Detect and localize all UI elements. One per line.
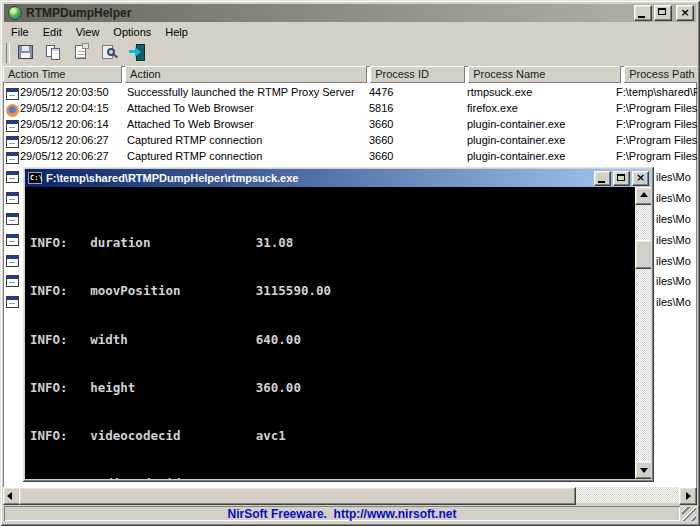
menu-item[interactable]: Edit: [36, 24, 69, 40]
cell-process-name: plugin-container.exe: [467, 134, 565, 146]
cell-process-path-fragment: iles\Mo: [656, 275, 691, 287]
cell-action: Successfully launched the RTMP Proxy Ser…: [127, 86, 355, 98]
copy-icon[interactable]: [42, 42, 67, 64]
close-button[interactable]: ×: [676, 5, 694, 21]
console-line: INFO: height 360.00: [30, 382, 632, 394]
cell-process-name: plugin-container.exe: [467, 150, 565, 162]
console-scroll-up-button[interactable]: [635, 187, 651, 205]
cell-process-path: F:\temp\shared\RTM: [616, 86, 697, 98]
menu-item[interactable]: Options: [106, 24, 158, 40]
console-close-button[interactable]: ×: [632, 171, 649, 186]
cell-process-id: 3660: [369, 150, 393, 162]
column-header[interactable]: Action: [125, 66, 367, 83]
cell-process-path-fragment: iles\Mo: [656, 213, 691, 225]
window-icon: [6, 152, 19, 164]
window-icon: [6, 192, 19, 204]
save-icon[interactable]: [14, 42, 39, 64]
console-maximize-button[interactable]: [613, 171, 630, 186]
window-icon: [6, 120, 19, 132]
cell-action: Attached To Web Browser: [127, 118, 254, 130]
console-line: INFO: videocodecid avc1: [30, 430, 632, 442]
console-titlebar[interactable]: F:\temp\shared\RTMPDumpHelper\rtmpsuck.e…: [25, 169, 651, 187]
list-header: Action Time Action Process ID Process Na…: [3, 66, 697, 83]
cell-action-time: 29/05/12 20:04:15: [20, 102, 109, 114]
app-icon: [8, 6, 22, 20]
console-line: INFO: width 640.00: [30, 334, 632, 346]
maximize-button[interactable]: [654, 5, 672, 21]
cmd-icon: [28, 172, 42, 184]
status-panel: NirSoft Freeware. http://www.nirsoft.net: [4, 506, 680, 521]
cell-process-path-fragment: iles\Mo: [656, 171, 691, 183]
cell-process-path-fragment: iles\Mo: [656, 296, 691, 308]
console-output: INFO: duration 31.08 INFO: moovPosition …: [25, 187, 651, 479]
window-icon: [6, 213, 19, 225]
table-row[interactable]: 29/05/12 20:03:50 Successfully launched …: [3, 84, 697, 100]
cell-process-path: F:\Program Files\Mo: [616, 102, 697, 114]
window-icon: [6, 171, 19, 183]
cell-action-time: 29/05/12 20:06:27: [20, 134, 109, 146]
minimize-button[interactable]: [634, 5, 652, 21]
cell-process-name: firefox.exe: [467, 102, 518, 114]
cell-action-time: 29/05/12 20:06:27: [20, 150, 109, 162]
window-title: RTMPDumpHelper: [26, 6, 634, 20]
console-vertical-scrollbar[interactable]: [635, 187, 651, 479]
console-lines: INFO: duration 31.08 INFO: moovPosition …: [30, 189, 632, 479]
table-row[interactable]: 29/05/12 20:06:14 Attached To Web Browse…: [3, 116, 697, 132]
cell-process-id: 4476: [369, 86, 393, 98]
window-icon: [6, 275, 19, 287]
screen: RTMPDumpHelper × File Edit View Options …: [0, 0, 700, 526]
console-minimize-button[interactable]: [594, 171, 611, 186]
cell-action-time: 29/05/12 20:06:14: [20, 118, 109, 130]
cell-process-path: F:\Program Files\Mo: [616, 118, 697, 130]
column-header[interactable]: Process Name: [468, 66, 621, 83]
properties-icon[interactable]: [70, 42, 95, 64]
column-header[interactable]: Action Time: [3, 66, 122, 83]
window-icon: [6, 296, 19, 308]
window-icon: [6, 136, 19, 148]
table-row[interactable]: 29/05/12 20:04:15 Attached To Web Browse…: [3, 100, 697, 116]
cell-process-id: 5816: [369, 102, 393, 114]
console-scroll-thumb[interactable]: [635, 240, 651, 269]
cell-process-name: rtmpsuck.exe: [467, 86, 532, 98]
window-icon: [6, 88, 19, 100]
menu-item[interactable]: View: [69, 24, 107, 40]
cell-process-id: 3660: [369, 134, 393, 146]
console-window: F:\temp\shared\RTMPDumpHelper\rtmpsuck.e…: [22, 166, 654, 482]
resize-grip[interactable]: [682, 507, 696, 521]
find-icon[interactable]: [98, 42, 123, 64]
console-scroll-down-button[interactable]: [635, 461, 651, 479]
window-icon: [6, 234, 19, 246]
cell-process-path: F:\Program Files\Mo: [616, 134, 697, 146]
menu-item[interactable]: File: [4, 24, 36, 40]
main-titlebar[interactable]: RTMPDumpHelper ×: [4, 4, 696, 22]
list-rows: 29/05/12 20:03:50 Successfully launched …: [3, 84, 697, 164]
column-header[interactable]: Process Path: [624, 66, 697, 83]
window-icon: [6, 255, 19, 267]
cell-action: Captured RTMP connection: [127, 134, 262, 146]
table-row[interactable]: 29/05/12 20:06:27 Captured RTMP connecti…: [3, 132, 697, 148]
horizontal-scrollbar[interactable]: [3, 487, 697, 503]
console-line: INFO: audiocodecid mp4a: [30, 478, 632, 479]
exit-icon[interactable]: [126, 42, 151, 64]
cell-process-path-fragment: iles\Mo: [656, 192, 691, 204]
scroll-right-button[interactable]: [679, 487, 697, 505]
cell-process-path-fragment: iles\Mo: [656, 255, 691, 267]
statusbar: NirSoft Freeware. http://www.nirsoft.net: [3, 505, 697, 522]
cell-process-path: F:\Program Files\Mo: [616, 150, 697, 162]
cell-process-id: 3660: [369, 118, 393, 130]
column-header[interactable]: Process ID: [370, 66, 465, 83]
horizontal-scroll-thumb[interactable]: [19, 487, 576, 505]
menubar: File Edit View Options Help: [4, 23, 696, 40]
status-text: NirSoft Freeware. http://www.nirsoft.net: [228, 507, 457, 521]
cell-action-time: 29/05/12 20:03:50: [20, 86, 109, 98]
toolbar-separator: [6, 43, 10, 63]
console-title: F:\temp\shared\RTMPDumpHelper\rtmpsuck.e…: [46, 172, 594, 184]
cell-action: Attached To Web Browser: [127, 102, 254, 114]
toolbar: [4, 41, 696, 65]
table-row[interactable]: 29/05/12 20:06:27 Captured RTMP connecti…: [3, 148, 697, 164]
console-line: INFO: duration 31.08: [30, 237, 632, 249]
cell-action: Captured RTMP connection: [127, 150, 262, 162]
console-line: INFO: moovPosition 3115590.00: [30, 285, 632, 297]
menu-item[interactable]: Help: [158, 24, 195, 40]
cell-process-name: plugin-container.exe: [467, 118, 565, 130]
